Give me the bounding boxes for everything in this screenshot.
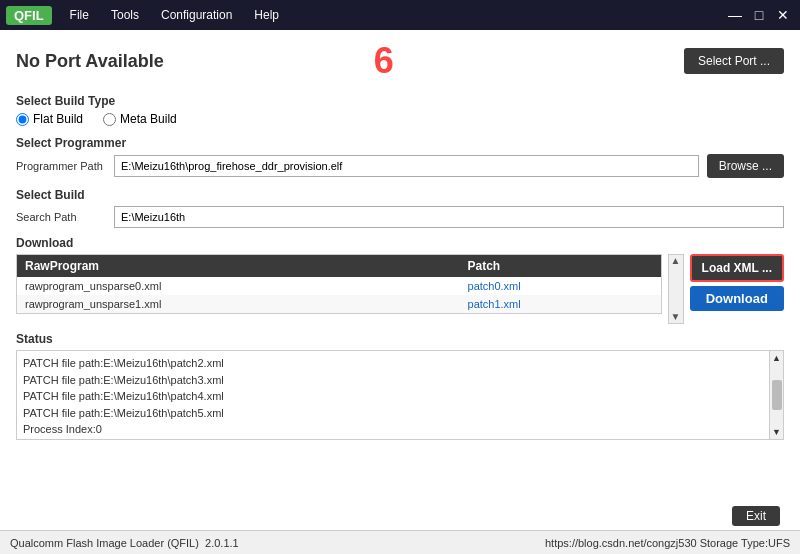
status-line: PATCH file path:E:\Meizu16th\patch5.xml: [23, 405, 777, 422]
build-type-label: Select Build Type: [16, 94, 784, 108]
meta-build-radio[interactable]: [103, 113, 116, 126]
menu-configuration[interactable]: Configuration: [151, 4, 242, 26]
status-scrollbar[interactable]: ▲ ▼: [769, 351, 783, 439]
meta-build-label: Meta Build: [120, 112, 177, 126]
status-line: PATCH file path:E:\Meizu16th\patch4.xml: [23, 388, 777, 405]
menu-file[interactable]: File: [60, 4, 99, 26]
bottom-right-text: https://blog.csdn.net/congzj530 Storage …: [545, 537, 790, 549]
programmer-label: Select Programmer: [16, 136, 784, 150]
maximize-button[interactable]: □: [748, 5, 770, 25]
download-label: Download: [16, 236, 784, 250]
rawprogram-cell: rawprogram_unsparse1.xml: [17, 295, 460, 313]
minimize-button[interactable]: —: [724, 5, 746, 25]
main-content: No Port Available 6 Select Port ... Sele…: [0, 30, 800, 530]
patch-cell: patch0.xml: [460, 277, 661, 295]
download-buttons: Load XML ... Download: [690, 254, 784, 311]
flat-build-option[interactable]: Flat Build: [16, 112, 83, 126]
window-controls: — □ ✕: [724, 5, 794, 25]
status-line: Process Index:0: [23, 421, 777, 438]
table-scrollbar[interactable]: ▲ ▼: [668, 254, 684, 324]
browse-button[interactable]: Browse ...: [707, 154, 784, 178]
bottom-bar: Qualcomm Flash Image Loader (QFIL) 2.0.1…: [0, 530, 800, 554]
header-row: No Port Available 6 Select Port ...: [16, 40, 784, 82]
scroll-down-arrow[interactable]: ▼: [671, 312, 681, 322]
status-label: Status: [16, 332, 784, 346]
menu-bar: File Tools Configuration Help: [60, 4, 724, 26]
status-section: Status PATCH file path:E:\Meizu16th\patc…: [16, 332, 784, 440]
bottom-left-text: Qualcomm Flash Image Loader (QFIL) 2.0.1…: [10, 537, 239, 549]
app-logo: QFIL: [6, 6, 52, 25]
titlebar: QFIL File Tools Configuration Help — □ ✕: [0, 0, 800, 30]
rawprogram-cell: rawprogram_unsparse0.xml: [17, 277, 460, 295]
menu-tools[interactable]: Tools: [101, 4, 149, 26]
exit-button[interactable]: Exit: [732, 506, 780, 526]
menu-help[interactable]: Help: [244, 4, 289, 26]
download-section: Download RawProgram Patch rawprogram_uns…: [16, 236, 784, 324]
load-xml-button[interactable]: Load XML ...: [690, 254, 784, 282]
scroll-up-arrow[interactable]: ▲: [671, 256, 681, 266]
close-button[interactable]: ✕: [772, 5, 794, 25]
programmer-path-input[interactable]: [114, 155, 699, 177]
status-lines: PATCH file path:E:\Meizu16th\patch2.xmlP…: [23, 355, 777, 440]
select-build-section: Select Build Search Path: [16, 188, 784, 228]
status-scrollbar-thumb: [772, 380, 782, 410]
status-scroll-up[interactable]: ▲: [772, 353, 781, 363]
download-button[interactable]: Download: [690, 286, 784, 311]
download-table-container: RawProgram Patch rawprogram_unsparse0.xm…: [16, 254, 784, 324]
download-table: RawProgram Patch rawprogram_unsparse0.xm…: [17, 255, 661, 313]
no-port-title: No Port Available: [16, 51, 164, 72]
status-scroll-down[interactable]: ▼: [772, 427, 781, 437]
table-row: rawprogram_unsparse1.xml patch1.xml: [17, 295, 661, 313]
status-box: PATCH file path:E:\Meizu16th\patch2.xmlP…: [16, 350, 784, 440]
search-path-label: Search Path: [16, 211, 106, 223]
search-path-input[interactable]: [114, 206, 784, 228]
status-line: PATCH file path:E:\Meizu16th\patch2.xml: [23, 355, 777, 372]
patch-cell: patch1.xml: [460, 295, 661, 313]
meta-build-option[interactable]: Meta Build: [103, 112, 177, 126]
col-rawprogram: RawProgram: [17, 255, 460, 277]
status-line: PATCH file path:E:\Meizu16th\patch3.xml: [23, 372, 777, 389]
flat-build-radio[interactable]: [16, 113, 29, 126]
port-number: 6: [374, 40, 394, 82]
search-path-row: Search Path: [16, 206, 784, 228]
select-build-label: Select Build: [16, 188, 784, 202]
flat-build-label: Flat Build: [33, 112, 83, 126]
select-port-button[interactable]: Select Port ...: [684, 48, 784, 74]
programmer-path-row: Programmer Path Browse ...: [16, 154, 784, 178]
build-type-radio-group: Flat Build Meta Build: [16, 112, 784, 126]
table-row: rawprogram_unsparse0.xml patch0.xml: [17, 277, 661, 295]
programmer-path-label: Programmer Path: [16, 160, 106, 172]
download-table-wrapper: RawProgram Patch rawprogram_unsparse0.xm…: [16, 254, 662, 314]
build-type-section: Select Build Type Flat Build Meta Build: [16, 94, 784, 126]
programmer-section: Select Programmer Programmer Path Browse…: [16, 136, 784, 178]
col-patch: Patch: [460, 255, 661, 277]
status-line: Programmer:Path:E:\Meizu16th\prog_fireho…: [23, 438, 777, 441]
